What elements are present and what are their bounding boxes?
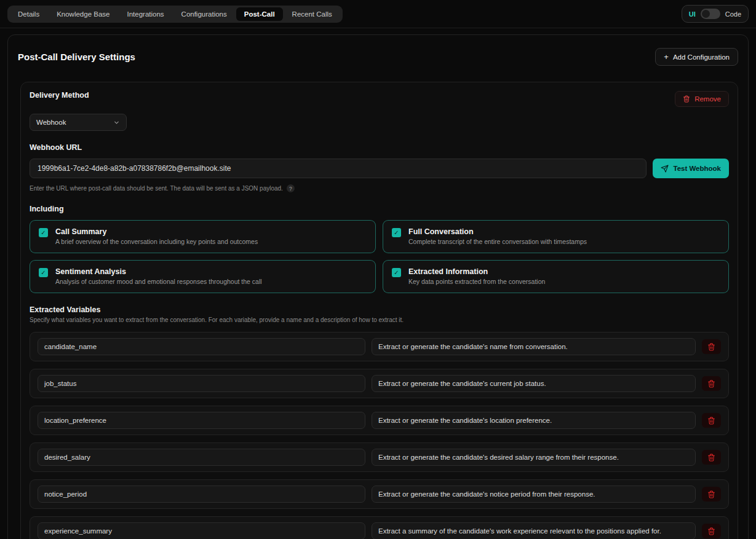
test-webhook-button[interactable]: Test Webhook (653, 159, 729, 178)
trash-icon (707, 490, 715, 498)
variable-name-input[interactable] (38, 486, 365, 503)
variable-description-input[interactable] (372, 486, 696, 503)
webhook-url-helper-text: Enter the URL where post-call data shoul… (30, 185, 283, 192)
option-full-conversation[interactable]: ✓ Full Conversation Complete transcript … (383, 220, 729, 253)
including-options-grid: ✓ Call Summary A brief overview of the c… (30, 220, 729, 293)
option-description: Analysis of customer mood and emotional … (55, 278, 262, 285)
tab-post-call[interactable]: Post-Call (236, 7, 283, 21)
option-title: Extracted Information (408, 267, 545, 276)
plus-icon: + (664, 53, 669, 61)
variable-description-input[interactable] (372, 522, 696, 539)
variable-name-input[interactable] (38, 412, 365, 429)
sentiment-analysis-checkbox[interactable]: ✓ (39, 268, 48, 277)
extracted-information-checkbox[interactable]: ✓ (392, 268, 401, 277)
remove-configuration-button[interactable]: Remove (675, 91, 729, 107)
option-description: A brief overview of the conversation inc… (55, 238, 258, 245)
extracted-variables-description: Specify what variables you want to extra… (30, 317, 729, 323)
variable-row (30, 443, 729, 472)
page-title: Post-Call Delivery Settings (18, 52, 135, 62)
trash-icon (707, 417, 715, 425)
delete-variable-button[interactable] (702, 450, 721, 465)
variable-row (30, 516, 729, 539)
option-extracted-information[interactable]: ✓ Extracted Information Key data points … (383, 260, 729, 293)
delivery-method-label: Delivery Method (30, 91, 89, 100)
trash-icon (707, 380, 715, 388)
option-title: Full Conversation (408, 227, 587, 236)
send-icon (661, 165, 669, 173)
trash-icon (707, 527, 715, 535)
variable-name-input[interactable] (38, 375, 365, 392)
variable-description-input[interactable] (372, 375, 696, 392)
delivery-method-select[interactable]: Webhook (30, 114, 127, 131)
tab-recent-calls[interactable]: Recent Calls (284, 7, 340, 21)
variable-row (30, 406, 729, 435)
including-label: Including (30, 205, 729, 213)
tab-integrations[interactable]: Integrations (119, 7, 172, 21)
variable-description-input[interactable] (372, 338, 696, 355)
option-title: Call Summary (55, 227, 258, 236)
extracted-variables-label: Extracted Variables (30, 305, 729, 314)
option-call-summary[interactable]: ✓ Call Summary A brief overview of the c… (30, 220, 376, 253)
trash-icon (707, 454, 715, 462)
option-description: Complete transcript of the entire conver… (408, 238, 587, 245)
tab-configurations[interactable]: Configurations (173, 7, 235, 21)
remove-label: Remove (694, 95, 721, 103)
top-bar: Details Knowledge Base Integrations Conf… (0, 0, 756, 28)
trash-icon (707, 343, 715, 351)
call-summary-checkbox[interactable]: ✓ (39, 228, 48, 237)
delete-variable-button[interactable] (702, 487, 721, 502)
add-configuration-label: Add Configuration (673, 53, 730, 61)
webhook-url-input[interactable] (30, 159, 647, 178)
variable-description-input[interactable] (372, 449, 696, 466)
delete-variable-button[interactable] (702, 376, 721, 391)
variables-list (30, 332, 729, 539)
option-sentiment-analysis[interactable]: ✓ Sentiment Analysis Analysis of custome… (30, 260, 376, 293)
ui-toggle-label: UI (689, 10, 696, 18)
variable-name-input[interactable] (38, 522, 365, 539)
variable-row (30, 369, 729, 398)
delete-variable-button[interactable] (702, 413, 721, 428)
tab-knowledge-base[interactable]: Knowledge Base (49, 7, 117, 21)
code-toggle-label: Code (725, 10, 741, 18)
variable-name-input[interactable] (38, 338, 365, 355)
delete-variable-button[interactable] (702, 524, 721, 538)
option-description: Key data points extracted from the conve… (408, 278, 545, 285)
panel-header: Post-Call Delivery Settings + Add Config… (8, 35, 748, 78)
add-configuration-button[interactable]: + Add Configuration (655, 48, 738, 66)
full-conversation-checkbox[interactable]: ✓ (392, 228, 401, 237)
post-call-panel: Post-Call Delivery Settings + Add Config… (7, 34, 749, 539)
test-webhook-label: Test Webhook (673, 165, 721, 172)
delete-variable-button[interactable] (702, 339, 721, 354)
tab-details[interactable]: Details (10, 7, 47, 21)
variable-name-input[interactable] (38, 449, 365, 466)
delivery-method-value: Webhook (36, 119, 66, 126)
variable-row (30, 332, 729, 361)
ui-code-toggle[interactable]: UI Code (682, 5, 749, 23)
switch-knob (702, 10, 710, 18)
help-icon[interactable]: ? (287, 184, 295, 192)
option-title: Sentiment Analysis (55, 267, 262, 276)
variable-description-input[interactable] (372, 412, 696, 429)
trash-icon (683, 95, 690, 103)
ui-code-switch[interactable] (701, 9, 720, 19)
variable-row (30, 479, 729, 509)
configuration-card: Delivery Method Remove Webhook Webhook U… (20, 82, 738, 539)
webhook-url-label: Webhook URL (30, 143, 729, 152)
tab-bar: Details Knowledge Base Integrations Conf… (7, 6, 343, 23)
chevron-down-icon (113, 119, 120, 126)
